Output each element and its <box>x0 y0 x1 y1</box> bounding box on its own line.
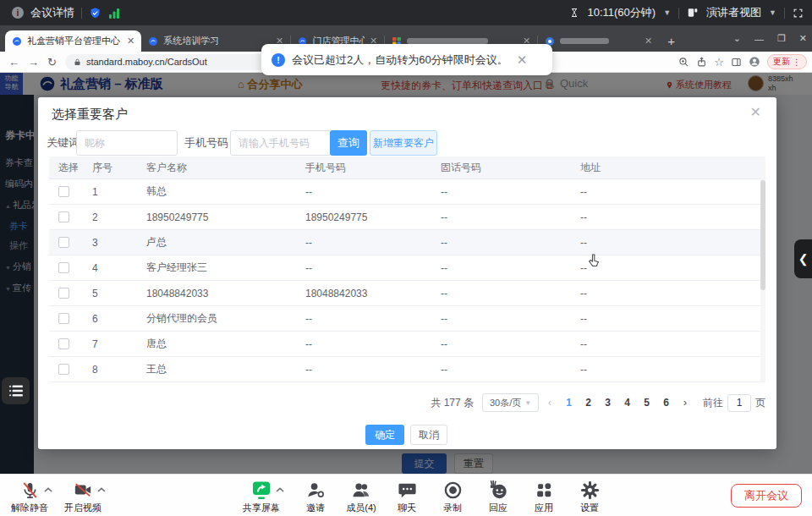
table-row[interactable]: 4客户经理张三 ---- -- <box>49 255 765 281</box>
toolbar-reactions[interactable]: 回应 <box>475 479 521 514</box>
table-row[interactable]: 6分销代理的会员 ---- -- <box>49 306 765 332</box>
security-shield-icon[interactable] <box>89 7 102 19</box>
row-checkbox[interactable] <box>58 211 69 222</box>
toolbar-settings[interactable]: 设置 <box>567 479 612 514</box>
floating-task-list-button[interactable] <box>2 377 30 404</box>
table-row[interactable]: 218950249775 18950249775-- -- <box>49 205 765 230</box>
row-checkbox[interactable] <box>58 338 69 349</box>
toolbar-chat[interactable]: 聊天 <box>384 479 430 514</box>
leave-meeting-button[interactable]: 离开会议 <box>731 484 802 508</box>
page-number-current[interactable]: 1 <box>561 397 577 409</box>
web-page: 功能 导航 礼盒营销 – 标准版 ⌂ 合分享中心 更快捷的券卡、订单和快递查询入… <box>0 73 812 474</box>
query-button[interactable]: 查询 <box>330 130 367 156</box>
row-checkbox[interactable] <box>58 186 69 197</box>
page-number[interactable]: 6 <box>658 397 674 409</box>
notice-close-icon[interactable]: ✕ <box>517 52 528 68</box>
toolbar-members[interactable]: 成员(4) <box>338 479 384 514</box>
meeting-toolbar: 解除静音 开启视频 共享屏幕 <box>0 474 812 516</box>
page-number[interactable]: 5 <box>639 397 655 409</box>
camera-options-caret[interactable] <box>97 487 106 492</box>
table-row[interactable]: 7唐总 ---- -- <box>49 332 765 357</box>
tab[interactable]: ✕ <box>538 30 659 52</box>
reaction-smiley-icon <box>488 480 508 500</box>
divider <box>784 8 785 19</box>
divider <box>678 8 679 19</box>
meeting-top-bar: i 会议详情 10:11(60分钟) ▼ 演讲者视图 ▼ <box>0 0 812 25</box>
toolbar-start-video[interactable]: 开启视频 <box>60 479 106 514</box>
toolbar-share-screen[interactable]: 共享屏幕 <box>234 479 288 514</box>
share-options-caret[interactable] <box>276 487 284 492</box>
cancel-button[interactable]: 取消 <box>410 425 447 445</box>
phone-label: 手机号码 <box>184 130 228 156</box>
timer-hourglass-icon <box>569 7 579 19</box>
meeting-info-icon[interactable]: i <box>12 7 24 19</box>
forward-icon[interactable]: → <box>28 56 39 69</box>
confirm-button[interactable]: 确定 <box>365 425 404 445</box>
zoom-page-icon[interactable] <box>678 57 689 68</box>
toolbar-invite[interactable]: 邀请 <box>293 479 338 514</box>
profile-avatar-icon[interactable] <box>749 56 760 68</box>
toolbar-label: 设置 <box>580 502 599 514</box>
back-icon[interactable]: ← <box>8 56 19 69</box>
menu-dots-icon: ⋮ <box>793 58 801 67</box>
camera-off-icon <box>73 480 93 499</box>
toolbar-unmute[interactable]: 解除静音 <box>7 479 52 514</box>
mic-muted-icon <box>20 480 40 500</box>
window-close-icon[interactable]: ✕ <box>799 33 807 44</box>
notice-info-icon: ! <box>272 53 285 67</box>
row-checkbox[interactable] <box>58 313 69 324</box>
page-size-select[interactable]: 30条/页▼ <box>482 393 539 412</box>
col-phone: 手机号码 <box>296 161 431 175</box>
divider <box>81 8 82 19</box>
dialog-close-icon[interactable]: ✕ <box>750 104 761 120</box>
record-icon <box>443 480 463 500</box>
next-page-button[interactable]: › <box>678 397 693 409</box>
row-checkbox[interactable] <box>58 262 69 273</box>
view-dropdown-icon[interactable]: ▼ <box>769 8 776 17</box>
table-scrollbar[interactable] <box>760 156 765 382</box>
prev-page-button[interactable]: ‹ <box>542 397 557 409</box>
network-signal-icon[interactable] <box>108 8 120 19</box>
row-checkbox[interactable] <box>58 288 69 299</box>
page-number[interactable]: 3 <box>600 397 616 409</box>
goto-page-input[interactable] <box>727 394 751 412</box>
phone-input[interactable] <box>230 130 332 156</box>
share-page-icon[interactable] <box>696 57 707 68</box>
page-number[interactable]: 4 <box>619 397 635 409</box>
tab-search-icon[interactable]: ⌄ <box>733 33 741 44</box>
timer-dropdown-icon[interactable]: ▼ <box>663 8 671 17</box>
tab-label-obscured <box>407 38 488 44</box>
window-maximize-icon[interactable]: ❐ <box>777 33 786 44</box>
row-checkbox[interactable] <box>58 364 69 375</box>
panel-collapse-handle[interactable]: ❮ <box>794 239 812 278</box>
page-number[interactable]: 2 <box>580 397 596 409</box>
fullscreen-icon[interactable] <box>793 8 804 19</box>
toolbar-label: 聊天 <box>398 502 416 514</box>
table-row[interactable]: 1韩总 ---- -- <box>49 179 765 205</box>
row-checkbox[interactable] <box>58 237 69 248</box>
tab-close-icon[interactable]: ✕ <box>645 36 652 47</box>
new-tab-button[interactable]: + <box>667 34 675 48</box>
toolbar-apps[interactable]: 应用 <box>521 479 567 514</box>
toolbar-label: 共享屏幕 <box>243 502 280 514</box>
meeting-details-label[interactable]: 会议详情 <box>30 5 74 20</box>
side-panel-icon[interactable] <box>731 57 742 68</box>
view-mode-label[interactable]: 演讲者视图 <box>706 5 761 20</box>
col-tel: 固话号码 <box>431 161 571 175</box>
keyword-input[interactable] <box>76 130 178 156</box>
window-minimize-icon[interactable]: — <box>754 34 764 44</box>
mic-options-caret[interactable] <box>44 487 52 492</box>
tab-active[interactable]: 礼盒营销平台管理中心 ✕ <box>5 30 141 52</box>
tab-close-icon[interactable]: ✕ <box>127 36 134 47</box>
bookmark-star-icon[interactable]: ☆ <box>714 56 724 69</box>
toolbar-label: 成员(4) <box>346 502 376 514</box>
toolbar-record[interactable]: 录制 <box>430 479 475 514</box>
table-row[interactable]: 3卢总 ---- -- <box>49 230 765 255</box>
table-row[interactable]: 8王总 ---- -- <box>49 357 765 382</box>
chrome-update-button[interactable]: 更新 ⋮ <box>767 54 807 69</box>
add-customer-button[interactable]: 新增重要客户 <box>370 130 437 156</box>
reload-icon[interactable]: ↻ <box>47 56 57 69</box>
meeting-timer: 10:11(60分钟) <box>587 5 656 20</box>
table-row[interactable]: 518048842033 18048842033-- -- <box>49 281 765 306</box>
chevron-down-icon: ▼ <box>524 399 531 407</box>
